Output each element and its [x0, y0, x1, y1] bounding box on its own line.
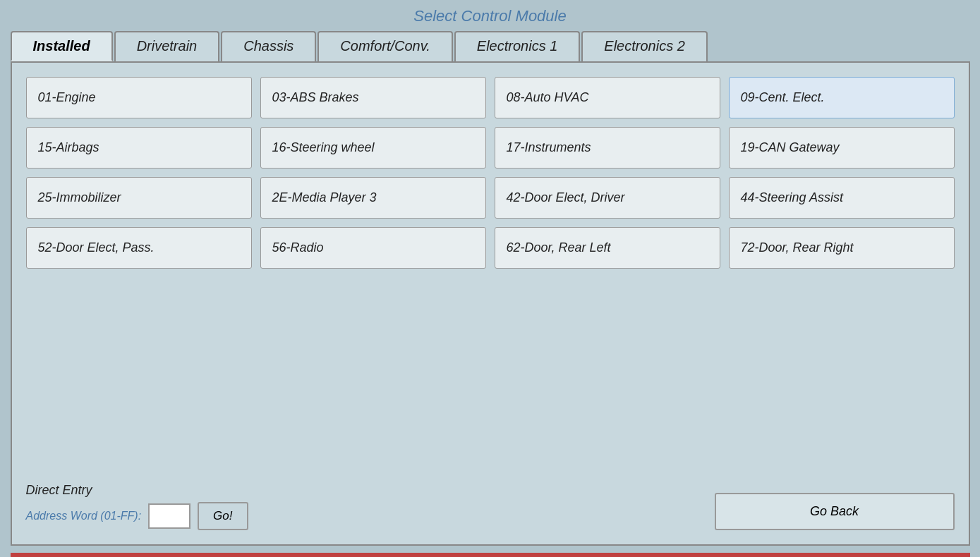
- module-button-08[interactable]: 08-Auto HVAC: [495, 77, 720, 118]
- module-button-01[interactable]: 01-Engine: [26, 77, 252, 118]
- address-label: Address Word (01-FF):: [26, 510, 142, 522]
- module-button-16[interactable]: 16-Steering wheel: [260, 127, 486, 169]
- address-input[interactable]: [148, 503, 190, 529]
- module-button-56[interactable]: 56-Radio: [260, 227, 486, 269]
- content-panel: 01-Engine03-ABS Brakes08-Auto HVAC09-Cen…: [11, 61, 970, 546]
- go-button[interactable]: Go!: [198, 502, 248, 530]
- module-button-44[interactable]: 44-Steering Assist: [729, 177, 955, 219]
- module-button-62[interactable]: 62-Door, Rear Left: [495, 227, 720, 269]
- tab-drivetrain[interactable]: Drivetrain: [114, 31, 220, 61]
- direct-entry-title: Direct Entry: [26, 483, 248, 498]
- module-button-42[interactable]: 42-Door Elect, Driver: [495, 177, 720, 219]
- module-button-17[interactable]: 17-Instruments: [495, 127, 720, 169]
- module-button-52[interactable]: 52-Door Elect, Pass.: [26, 227, 252, 269]
- direct-entry-section: Direct Entry Address Word (01-FF): Go!: [26, 483, 248, 530]
- modules-grid: 01-Engine03-ABS Brakes08-Auto HVAC09-Cen…: [26, 77, 955, 269]
- module-button-25[interactable]: 25-Immobilizer: [26, 177, 252, 219]
- tabs-row: InstalledDrivetrainChassisComfort/Conv.E…: [11, 31, 970, 61]
- module-button-2E[interactable]: 2E-Media Player 3: [260, 177, 486, 219]
- page-title: Select Control Module: [413, 7, 566, 25]
- module-button-09[interactable]: 09-Cent. Elect.: [729, 77, 955, 118]
- module-button-19[interactable]: 19-CAN Gateway: [729, 127, 955, 169]
- module-button-15[interactable]: 15-Airbags: [26, 127, 252, 169]
- tab-electronics2[interactable]: Electronics 2: [581, 31, 708, 61]
- main-container: InstalledDrivetrainChassisComfort/Conv.E…: [11, 31, 970, 557]
- go-back-button[interactable]: Go Back: [715, 493, 955, 530]
- bottom-bar: [11, 553, 970, 557]
- tab-installed[interactable]: Installed: [11, 31, 113, 61]
- module-button-03[interactable]: 03-ABS Brakes: [260, 77, 486, 118]
- tab-electronics1[interactable]: Electronics 1: [454, 31, 581, 61]
- bottom-area: Direct Entry Address Word (01-FF): Go! G…: [26, 472, 955, 530]
- direct-entry-row: Address Word (01-FF): Go!: [26, 502, 248, 530]
- tab-comfort-conv[interactable]: Comfort/Conv.: [317, 31, 452, 61]
- module-button-72[interactable]: 72-Door, Rear Right: [729, 227, 955, 269]
- tab-chassis[interactable]: Chassis: [221, 31, 316, 61]
